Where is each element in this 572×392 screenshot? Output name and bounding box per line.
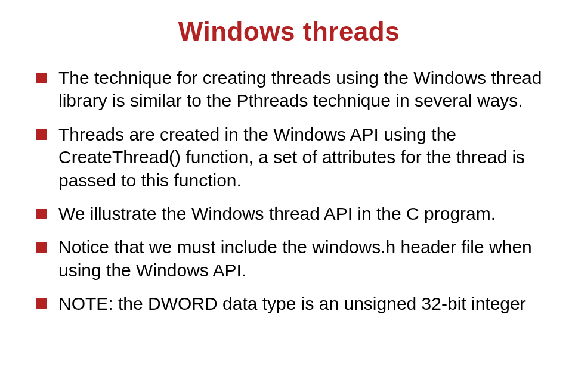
bullet-square-icon — [36, 73, 47, 83]
list-item: We illustrate the Windows thread API in … — [36, 203, 542, 225]
bullet-square-icon — [36, 209, 47, 219]
bullet-text: NOTE: the DWORD data type is an unsigned… — [58, 294, 526, 313]
list-item: The technique for creating threads using… — [36, 67, 542, 113]
bullet-square-icon — [36, 298, 47, 309]
bullet-text: The technique for creating threads using… — [58, 68, 542, 110]
bullet-square-icon — [36, 242, 47, 253]
list-item: Notice that we must include the windows.… — [36, 236, 542, 282]
bullet-text: Threads are created in the Windows API u… — [58, 125, 525, 190]
list-item: Threads are created in the Windows API u… — [36, 123, 542, 192]
slide-title: Windows threads — [36, 17, 542, 46]
bullet-text: We illustrate the Windows thread API in … — [58, 204, 496, 223]
bullet-text: Notice that we must include the windows.… — [58, 237, 532, 279]
bullet-list: The technique for creating threads using… — [36, 67, 542, 316]
slide: Windows threads The technique for creati… — [0, 0, 572, 392]
list-item: NOTE: the DWORD data type is an unsigned… — [36, 293, 542, 315]
bullet-square-icon — [36, 129, 47, 140]
